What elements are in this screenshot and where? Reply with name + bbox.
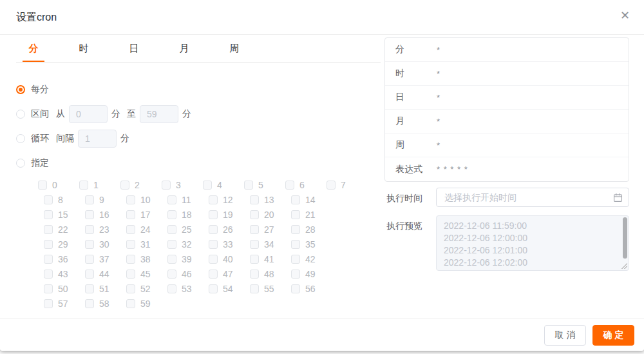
checkbox-icon[interactable] <box>44 225 53 234</box>
tab[interactable]: 日 <box>123 35 145 62</box>
minute-checkbox-50[interactable]: 50 <box>44 284 85 294</box>
scrollbar-thumb[interactable] <box>623 217 627 259</box>
checkbox-icon[interactable] <box>162 181 171 190</box>
checkbox-icon[interactable] <box>126 284 135 293</box>
checkbox-icon[interactable] <box>209 255 218 264</box>
minute-checkbox-32[interactable]: 32 <box>167 239 209 250</box>
checkbox-icon[interactable] <box>85 210 94 219</box>
checkbox-icon[interactable] <box>44 284 53 293</box>
minute-checkbox-10[interactable]: 10 <box>126 195 167 205</box>
interval-input[interactable] <box>78 130 117 148</box>
tab[interactable]: 周 <box>223 35 245 62</box>
minute-checkbox-17[interactable]: 17 <box>126 210 167 220</box>
checkbox-icon[interactable] <box>126 255 135 264</box>
minute-checkbox-35[interactable]: 35 <box>291 239 332 250</box>
checkbox-icon[interactable] <box>167 225 176 234</box>
checkbox-icon[interactable] <box>85 255 94 264</box>
checkbox-icon[interactable] <box>250 195 259 204</box>
minute-checkbox-6[interactable]: 6 <box>285 180 327 190</box>
checkbox-icon[interactable] <box>291 240 300 249</box>
minute-checkbox-51[interactable]: 51 <box>85 284 126 294</box>
checkbox-icon[interactable] <box>85 270 94 279</box>
minute-checkbox-14[interactable]: 14 <box>291 195 332 205</box>
checkbox-icon[interactable] <box>291 270 300 279</box>
minute-checkbox-25[interactable]: 25 <box>167 224 209 235</box>
minute-checkbox-54[interactable]: 54 <box>209 284 250 294</box>
checkbox-icon[interactable] <box>126 299 135 308</box>
checkbox-icon[interactable] <box>209 195 218 204</box>
minute-checkbox-28[interactable]: 28 <box>291 224 332 235</box>
minute-checkbox-40[interactable]: 40 <box>209 254 250 264</box>
minute-checkbox-21[interactable]: 21 <box>291 210 332 220</box>
minute-checkbox-30[interactable]: 30 <box>85 239 126 250</box>
radio-icon[interactable] <box>16 159 25 168</box>
range-to-input[interactable] <box>140 105 178 123</box>
resize-grip-icon[interactable] <box>621 263 627 269</box>
checkbox-icon[interactable] <box>167 284 176 293</box>
tab[interactable]: 分 <box>23 35 44 62</box>
checkbox-icon[interactable] <box>85 284 94 293</box>
checkbox-icon[interactable] <box>120 181 129 190</box>
option-interval[interactable]: 循环 间隔 分 <box>16 128 381 149</box>
checkbox-icon[interactable] <box>291 284 300 293</box>
minute-checkbox-37[interactable]: 37 <box>85 254 126 264</box>
checkbox-icon[interactable] <box>167 255 176 264</box>
minute-checkbox-52[interactable]: 52 <box>126 284 167 294</box>
checkbox-icon[interactable] <box>44 270 53 279</box>
minute-checkbox-33[interactable]: 33 <box>209 239 250 250</box>
checkbox-icon[interactable] <box>209 240 218 249</box>
checkbox-icon[interactable] <box>44 195 53 204</box>
checkbox-icon[interactable] <box>167 195 176 204</box>
minute-checkbox-36[interactable]: 36 <box>44 254 85 264</box>
minute-checkbox-26[interactable]: 26 <box>209 224 250 235</box>
checkbox-icon[interactable] <box>126 195 135 204</box>
close-icon[interactable]: ✕ <box>620 10 630 21</box>
checkbox-icon[interactable] <box>167 240 176 249</box>
minute-checkbox-15[interactable]: 15 <box>44 210 85 220</box>
checkbox-icon[interactable] <box>85 299 94 308</box>
checkbox-icon[interactable] <box>209 225 218 234</box>
checkbox-icon[interactable] <box>250 210 259 219</box>
confirm-button[interactable]: 确 定 <box>592 325 634 346</box>
checkbox-icon[interactable] <box>85 240 94 249</box>
range-from-input[interactable] <box>69 105 108 123</box>
checkbox-icon[interactable] <box>126 240 135 249</box>
minute-checkbox-57[interactable]: 57 <box>44 299 85 309</box>
minute-checkbox-4[interactable]: 4 <box>203 180 244 190</box>
cancel-button[interactable]: 取 消 <box>544 325 586 346</box>
minute-checkbox-16[interactable]: 16 <box>85 210 126 220</box>
checkbox-icon[interactable] <box>203 181 212 190</box>
checkbox-icon[interactable] <box>250 270 259 279</box>
checkbox-icon[interactable] <box>126 225 135 234</box>
minute-checkbox-1[interactable]: 1 <box>79 180 120 190</box>
minute-checkbox-53[interactable]: 53 <box>167 284 209 294</box>
tab[interactable]: 月 <box>173 35 195 62</box>
minute-checkbox-5[interactable]: 5 <box>244 180 285 190</box>
checkbox-icon[interactable] <box>209 270 218 279</box>
minute-checkbox-43[interactable]: 43 <box>44 269 85 279</box>
checkbox-icon[interactable] <box>209 210 218 219</box>
checkbox-icon[interactable] <box>38 181 47 190</box>
execution-time-input[interactable] <box>437 188 629 206</box>
minute-checkbox-34[interactable]: 34 <box>250 239 291 250</box>
minute-checkbox-38[interactable]: 38 <box>126 254 167 264</box>
minute-checkbox-48[interactable]: 48 <box>250 269 291 279</box>
minute-checkbox-58[interactable]: 58 <box>85 299 126 309</box>
tab[interactable]: 时 <box>73 35 95 62</box>
minute-checkbox-44[interactable]: 44 <box>85 269 126 279</box>
minute-checkbox-47[interactable]: 47 <box>209 269 250 279</box>
checkbox-icon[interactable] <box>209 284 218 293</box>
execution-time-picker[interactable] <box>436 188 629 207</box>
minute-checkbox-27[interactable]: 27 <box>250 224 291 235</box>
checkbox-icon[interactable] <box>44 240 53 249</box>
checkbox-icon[interactable] <box>85 195 94 204</box>
execution-preview-textarea[interactable]: 2022-12-06 11:59:002022-12-06 12:00:0020… <box>436 215 629 271</box>
minute-checkbox-7[interactable]: 7 <box>327 180 368 190</box>
minute-checkbox-29[interactable]: 29 <box>44 239 85 250</box>
checkbox-icon[interactable] <box>327 181 336 190</box>
minute-checkbox-12[interactable]: 12 <box>209 195 250 205</box>
checkbox-icon[interactable] <box>44 255 53 264</box>
radio-icon[interactable] <box>16 85 25 94</box>
calendar-icon[interactable] <box>613 193 623 202</box>
minute-checkbox-45[interactable]: 45 <box>126 269 167 279</box>
